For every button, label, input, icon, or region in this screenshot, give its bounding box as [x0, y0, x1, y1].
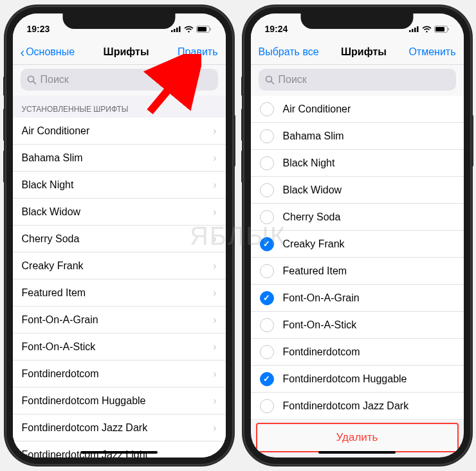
chevron-right-icon: › [213, 152, 216, 164]
font-row-selectable[interactable]: Font-On-A-Stick [251, 312, 464, 339]
select-all-button[interactable]: Выбрать все [259, 46, 319, 58]
font-label: Featured Item [22, 287, 214, 299]
svg-line-18 [271, 81, 273, 84]
font-row-selectable[interactable]: Black Night [251, 150, 464, 177]
font-row-selectable[interactable]: Air Conditioner [251, 96, 464, 123]
font-list-edit[interactable]: Air ConditionerBahama SlimBlack NightBla… [251, 96, 464, 420]
font-label: Black Night [283, 157, 455, 169]
nav-bar: Выбрать все Шрифты Отменить [251, 39, 464, 65]
chevron-right-icon: › [213, 449, 216, 458]
font-label: Air Conditioner [283, 103, 455, 115]
empty-circle-icon[interactable] [260, 210, 274, 224]
font-row[interactable]: Fontdinerdotcom Huggable› [13, 387, 226, 414]
volume-up [241, 109, 243, 141]
chevron-left-icon: ‹ [21, 46, 25, 58]
font-row[interactable]: Fontdinerdotcom Jazz Dark› [13, 414, 226, 441]
checkmark-circle-icon[interactable]: ✓ [260, 291, 274, 305]
signal-icon [409, 26, 419, 32]
section-header: УСТАНОВЛЕННЫЕ ШРИФТЫ [13, 96, 226, 118]
select-all-label: Выбрать все [259, 46, 319, 58]
checkmark-circle-icon[interactable]: ✓ [260, 237, 274, 251]
font-row-selectable[interactable]: Bahama Slim [251, 123, 464, 150]
delete-label: Удалить [336, 431, 378, 444]
search-icon [265, 75, 275, 85]
empty-circle-icon[interactable] [260, 183, 274, 197]
status-time: 19:23 [27, 24, 50, 34]
empty-circle-icon[interactable] [260, 345, 274, 359]
battery-icon [196, 26, 212, 33]
nav-bar: ‹ Основные Шрифты Править [13, 39, 226, 65]
font-row[interactable]: Font-On-A-Grain› [13, 307, 226, 333]
chevron-right-icon: › [213, 125, 216, 137]
notch [63, 13, 176, 29]
font-row-selectable[interactable]: Fontdinerdotcom Jazz Dark [251, 393, 464, 420]
home-indicator[interactable] [318, 451, 396, 454]
empty-circle-icon[interactable] [260, 264, 274, 278]
font-row-selectable[interactable]: Cherry Soda [251, 204, 464, 231]
svg-rect-1 [174, 29, 176, 32]
font-row-selectable[interactable]: ✓Fontdinerdotcom Jazz Light [251, 420, 464, 420]
font-label: Bahama Slim [22, 152, 214, 164]
font-label: Black Widow [283, 184, 455, 196]
signal-icon [171, 26, 181, 32]
font-label: Font-On-A-Grain [22, 314, 214, 326]
font-row[interactable]: Font-On-A-Stick› [13, 333, 226, 360]
mute-switch [3, 76, 5, 96]
empty-circle-icon[interactable] [260, 102, 274, 116]
status-right [171, 26, 212, 33]
font-label: Cherry Soda [22, 233, 214, 245]
font-row-selectable[interactable]: ✓Font-On-A-Grain [251, 285, 464, 312]
font-row[interactable]: Air Conditioner› [13, 118, 226, 145]
font-row[interactable]: Creaky Frank› [13, 253, 226, 280]
search-input[interactable]: Поиск [259, 69, 456, 91]
font-row[interactable]: Bahama Slim› [13, 145, 226, 172]
empty-circle-icon[interactable] [260, 318, 274, 332]
svg-rect-13 [417, 26, 419, 32]
search-input[interactable]: Поиск [21, 69, 218, 91]
empty-circle-icon[interactable] [260, 129, 274, 143]
font-row[interactable]: Fontdinerdotcom Jazz Light› [13, 441, 226, 458]
font-row[interactable]: Fontdinerdotcom› [13, 360, 226, 387]
font-label: Font-On-A-Grain [283, 292, 455, 304]
font-row[interactable]: Black Night› [13, 172, 226, 199]
nav-title: Шрифты [104, 46, 149, 58]
delete-button[interactable]: Удалить [256, 423, 459, 452]
chevron-right-icon: › [213, 368, 216, 380]
font-row-selectable[interactable]: Fontdinerdotcom [251, 339, 464, 366]
chevron-right-icon: › [213, 287, 216, 299]
font-row-selectable[interactable]: ✓Creaky Frank [251, 231, 464, 258]
notch [301, 13, 414, 29]
home-indicator[interactable] [80, 451, 158, 454]
font-label: Black Night [22, 179, 214, 191]
svg-rect-0 [171, 30, 173, 32]
search-icon [27, 75, 37, 85]
empty-circle-icon[interactable] [260, 399, 274, 413]
back-button[interactable]: ‹ Основные [21, 46, 75, 58]
status-time: 19:24 [265, 24, 288, 34]
search-placeholder: Поиск [279, 74, 307, 85]
font-row-selectable[interactable]: Black Widow [251, 177, 464, 204]
svg-rect-16 [448, 28, 449, 30]
chevron-right-icon: › [213, 314, 216, 326]
font-label: Fontdinerdotcom Huggable [22, 395, 214, 407]
svg-rect-5 [197, 27, 206, 31]
mute-switch [241, 76, 243, 96]
font-list[interactable]: Air Conditioner›Bahama Slim›Black Night›… [13, 118, 226, 458]
wifi-icon [422, 26, 432, 33]
font-row-selectable[interactable]: Featured Item [251, 258, 464, 285]
font-row[interactable]: Featured Item› [13, 280, 226, 307]
phone-right: 19:24 Выбрать все Шрифты Отменить Поиск … [243, 6, 471, 465]
font-row[interactable]: Cherry Soda› [13, 226, 226, 253]
font-row-selectable[interactable]: ✓Fontdinerdotcom Huggable [251, 366, 464, 393]
font-row[interactable]: Black Widow› [13, 199, 226, 226]
svg-rect-3 [179, 26, 181, 32]
svg-line-8 [33, 81, 35, 84]
edit-button[interactable]: Править [178, 46, 217, 58]
empty-circle-icon[interactable] [260, 156, 274, 170]
cancel-button[interactable]: Отменить [408, 46, 455, 58]
font-label: Font-On-A-Stick [22, 341, 214, 353]
checkmark-circle-icon[interactable]: ✓ [260, 372, 274, 386]
phone-left: 19:23 ‹ Основные Шрифты Править Поиск УС… [5, 6, 233, 465]
volume-up [3, 109, 5, 141]
font-label: Bahama Slim [283, 130, 455, 142]
